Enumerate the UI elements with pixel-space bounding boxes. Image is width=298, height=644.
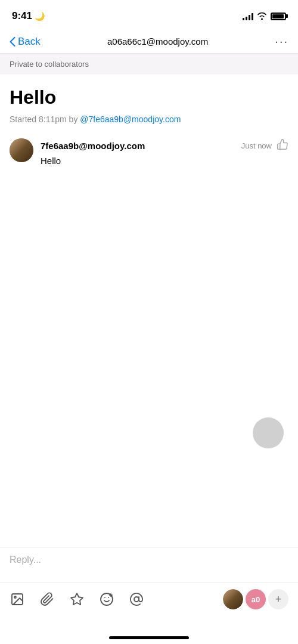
more-button[interactable]: ···	[275, 35, 288, 48]
thread-meta: Started 8:11pm by @7fe6aa9b@moodjoy.com	[10, 114, 288, 124]
message-body: 7fe6aa9b@moodjoy.com Just now Hello	[41, 138, 288, 166]
thread-meta-author: @7fe6aa9b@moodjoy.com	[80, 114, 181, 124]
content-area: Hello Started 8:11pm by @7fe6aa9b@moodjo…	[0, 75, 298, 187]
avatar	[10, 138, 33, 162]
home-indicator	[109, 636, 189, 639]
toolbar: a0 +	[0, 583, 298, 615]
photo-icon[interactable]	[10, 592, 25, 607]
battery-icon	[271, 13, 286, 20]
back-button[interactable]: Back	[10, 36, 41, 48]
participant-avatar-img-1	[223, 589, 243, 609]
nav-bar: Back a06a66c1@moodjoy.com ···	[0, 30, 298, 54]
private-banner: Private to collaborators	[0, 54, 298, 75]
message-time: Just now	[241, 141, 272, 150]
participant-avatar-2[interactable]: a0	[246, 589, 266, 609]
back-label: Back	[18, 36, 41, 48]
floating-action-button[interactable]	[253, 417, 284, 448]
add-icon: +	[275, 593, 282, 606]
message-item: 7fe6aa9b@moodjoy.com Just now Hello	[10, 138, 288, 166]
participant-avatar-label: a0	[252, 595, 260, 604]
reply-input[interactable]: Reply...	[10, 555, 288, 565]
attachment-icon[interactable]	[39, 592, 55, 607]
signal-bars-icon	[243, 12, 253, 20]
moon-icon: 🌙	[35, 11, 45, 21]
reply-area[interactable]: Reply...	[0, 547, 298, 572]
thread-title: Hello	[10, 86, 288, 109]
add-reaction-icon[interactable]	[99, 592, 114, 607]
toolbar-icons	[10, 592, 144, 607]
thread-meta-text: Started 8:11pm by	[10, 114, 80, 124]
like-button[interactable]	[277, 138, 288, 153]
toolbar-avatars: a0 +	[223, 589, 288, 609]
wifi-icon	[257, 11, 267, 21]
add-participant-button[interactable]: +	[268, 589, 288, 609]
status-time: 9:41	[12, 10, 32, 22]
message-author: 7fe6aa9b@moodjoy.com	[41, 141, 145, 151]
svg-marker-2	[71, 593, 83, 605]
private-banner-text: Private to collaborators	[10, 60, 89, 69]
star-icon[interactable]	[69, 592, 85, 607]
status-icons	[243, 11, 286, 21]
participant-avatar-1[interactable]	[223, 589, 243, 609]
status-bar: 9:41 🌙	[0, 0, 298, 30]
svg-point-1	[14, 596, 16, 598]
mention-icon[interactable]	[129, 592, 144, 607]
nav-title: a06a66c1@moodjoy.com	[107, 36, 208, 47]
message-text: Hello	[41, 156, 288, 166]
svg-point-8	[134, 597, 139, 602]
avatar-image	[10, 138, 33, 162]
message-header: 7fe6aa9b@moodjoy.com Just now	[41, 138, 288, 153]
message-time-section: Just now	[241, 138, 288, 153]
